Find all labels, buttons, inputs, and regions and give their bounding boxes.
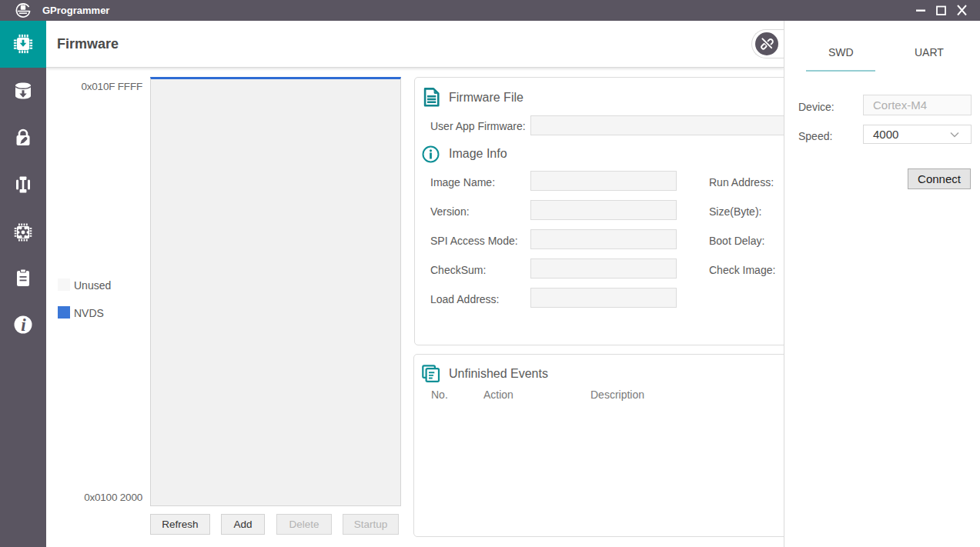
svg-text:i: i xyxy=(21,315,26,335)
